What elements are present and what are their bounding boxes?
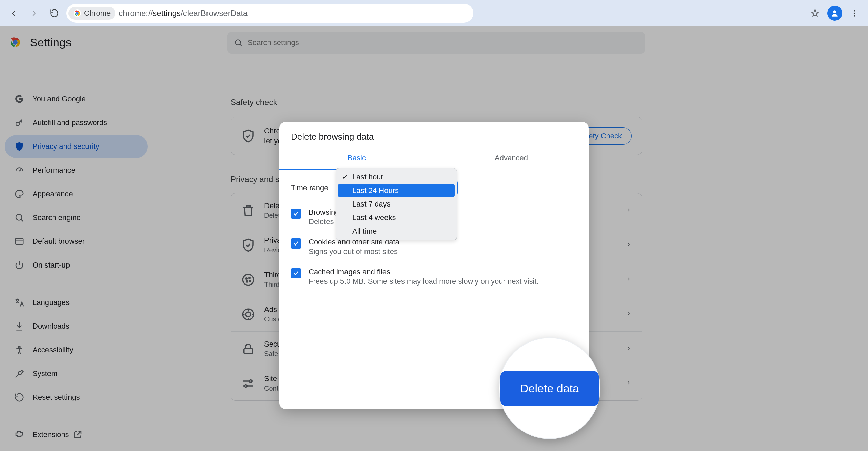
sidebar-item-label: Reset settings: [33, 393, 80, 402]
sidebar-item-label: Default browser: [33, 237, 85, 246]
svg-point-14: [243, 274, 254, 285]
sidebar-item-autofill[interactable]: Autofill and passwords: [5, 111, 148, 134]
sidebar-item-label: Appearance: [33, 190, 73, 198]
chrome-icon: [73, 9, 81, 17]
url-text: chrome://settings/clearBrowserData: [119, 8, 248, 18]
tab-advanced[interactable]: Advanced: [434, 148, 589, 170]
search-icon: [14, 213, 24, 223]
sidebar-item-downloads[interactable]: Downloads: [5, 315, 148, 338]
sidebar-item-reset[interactable]: Reset settings: [5, 386, 148, 409]
svg-point-2: [854, 10, 855, 11]
sidebar-item-system[interactable]: System: [5, 362, 148, 385]
sidebar-item-default-browser[interactable]: Default browser: [5, 230, 148, 253]
reset-icon: [14, 392, 24, 403]
forward-button[interactable]: [26, 5, 42, 21]
svg-point-16: [249, 277, 250, 279]
profile-avatar[interactable]: [827, 6, 842, 21]
lock-icon: [241, 342, 255, 356]
download-icon: [14, 321, 24, 331]
overflow-menu-button[interactable]: [846, 5, 863, 21]
speedometer-icon: [14, 165, 24, 175]
palette-icon: [14, 189, 24, 199]
bookmark-icon[interactable]: [807, 5, 823, 21]
checkbox-cached[interactable]: [291, 268, 301, 278]
sidebar-item-startup[interactable]: On start-up: [5, 254, 148, 277]
section-heading-safety: Safety check: [231, 98, 642, 107]
address-bar[interactable]: Chrome chrome://settings/clearBrowserDat…: [66, 4, 473, 23]
sidebar-item-label: You and Google: [33, 95, 86, 103]
sidebar-item-search-engine[interactable]: Search engine: [5, 206, 148, 229]
sidebar-item-label: Performance: [33, 166, 75, 175]
time-range-label: Time range: [291, 183, 328, 192]
sidebar-item-you-and-google[interactable]: You and Google: [5, 87, 148, 111]
sidebar-item-about[interactable]: About Chrome: [5, 447, 148, 451]
back-button[interactable]: [5, 5, 22, 21]
sidebar-item-label: Privacy and security: [33, 142, 99, 151]
svg-point-17: [246, 281, 248, 282]
tab-basic[interactable]: Basic: [279, 148, 434, 170]
page-title: Settings: [30, 36, 72, 49]
svg-rect-10: [16, 238, 23, 244]
dropdown-option-last-24-hours[interactable]: Last 24 Hours: [338, 184, 455, 197]
sidebar-item-label: Extensions: [33, 430, 83, 440]
wrench-icon: [14, 369, 24, 379]
settings-search[interactable]: [227, 32, 645, 54]
open-in-new-icon: [73, 430, 83, 440]
sidebar-item-appearance[interactable]: Appearance: [5, 182, 148, 205]
shield-icon: [14, 141, 24, 152]
svg-point-8: [16, 122, 19, 126]
window-icon: [14, 236, 24, 247]
settings-search-input[interactable]: [248, 38, 638, 47]
reload-button[interactable]: [46, 5, 62, 21]
highlight-magnifier: Delete data: [499, 337, 600, 439]
dropdown-option-last-7-days[interactable]: Last 7 days: [338, 197, 455, 211]
svg-point-7: [235, 40, 240, 45]
sidebar-item-accessibility[interactable]: Accessibility: [5, 338, 148, 361]
sidebar-item-label: Downloads: [33, 322, 70, 331]
sidebar-item-performance[interactable]: Performance: [5, 159, 148, 182]
dialog-tabs: Basic Advanced: [279, 148, 589, 170]
translate-icon: [14, 297, 24, 308]
svg-point-3: [854, 13, 855, 14]
dropdown-option-last-4-weeks[interactable]: Last 4 weeks: [338, 211, 455, 224]
sidebar-item-extensions[interactable]: Extensions: [5, 423, 148, 446]
sidebar-item-label: Autofill and passwords: [33, 118, 107, 127]
google-g-icon: [14, 94, 24, 104]
extension-icon: [14, 430, 24, 440]
svg-point-20: [246, 312, 251, 317]
checkbox-cookies[interactable]: [291, 238, 301, 249]
key-icon: [14, 118, 24, 128]
chevron-right-icon: [626, 241, 632, 249]
target-icon: [241, 307, 255, 321]
sidebar-item-languages[interactable]: Languages: [5, 291, 148, 314]
svg-point-11: [19, 346, 20, 348]
browser-toolbar: Chrome chrome://settings/clearBrowserDat…: [0, 0, 868, 26]
svg-rect-21: [244, 348, 253, 354]
sidebar-item-label: System: [33, 369, 57, 378]
sidebar-item-label: Search engine: [33, 213, 81, 222]
svg-point-4: [854, 15, 855, 16]
shield-check-icon: [241, 129, 255, 143]
sidebar-item-label: Languages: [33, 298, 70, 307]
search-icon: [234, 38, 243, 47]
sidebar-item-label: On start-up: [33, 261, 70, 270]
chrome-logo-icon: [8, 35, 22, 50]
checkbox-browsing-history[interactable]: [291, 209, 301, 219]
dropdown-option-last-hour[interactable]: ✓Last hour: [338, 170, 455, 184]
shield-check-icon: [241, 238, 255, 252]
delete-data-button[interactable]: Delete data: [500, 371, 599, 406]
accessibility-icon: [14, 345, 24, 355]
sidebar-item-label: Accessibility: [33, 346, 73, 354]
time-range-dropdown: ✓Last hour Last 24 Hours Last 7 days Las…: [336, 168, 457, 240]
dropdown-option-all-time[interactable]: All time: [338, 224, 455, 238]
sliders-icon: [241, 376, 255, 391]
dialog-title: Delete browsing data: [279, 122, 589, 148]
chevron-right-icon: [626, 311, 632, 318]
sidebar: You and Google Autofill and passwords Pr…: [5, 87, 148, 451]
power-icon: [14, 260, 24, 270]
svg-point-18: [250, 280, 251, 282]
svg-point-23: [245, 385, 247, 387]
chevron-right-icon: [626, 380, 632, 387]
svg-point-22: [250, 380, 252, 382]
sidebar-item-privacy[interactable]: Privacy and security: [5, 135, 148, 158]
